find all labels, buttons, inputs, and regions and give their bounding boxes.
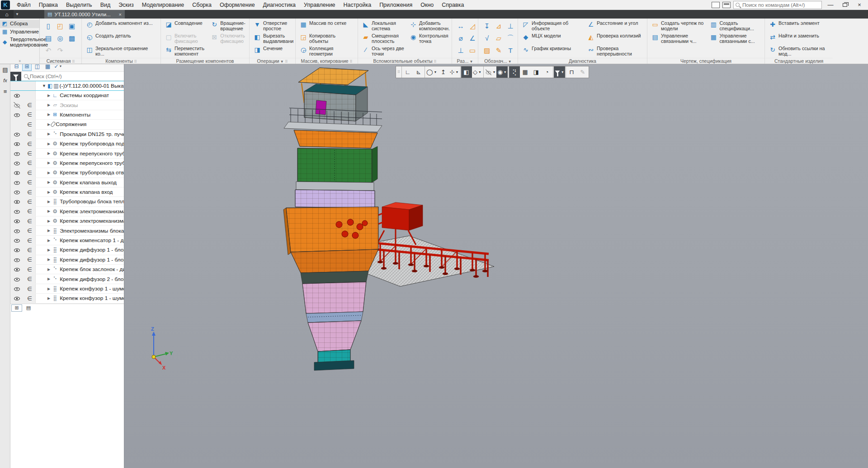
enable-fix-button[interactable]: ▢Включить фиксацию	[164, 33, 208, 45]
save-as-icon[interactable]: ▩	[66, 32, 78, 44]
display-mode-button[interactable]: ◇▼	[472, 66, 483, 78]
collapse-arrow-icon[interactable]: ▼	[42, 84, 46, 88]
visibility-eye-icon[interactable]	[14, 218, 20, 224]
clip-toggle-button[interactable]: ◔	[542, 66, 552, 78]
radial-dimension-icon[interactable]: ◿	[467, 20, 478, 32]
membership-icon[interactable]: ∈	[26, 198, 33, 205]
command-search-input[interactable]	[741, 2, 814, 8]
expand-arrow-icon[interactable]: ▶	[47, 267, 50, 271]
membership-icon[interactable]: ∈	[26, 140, 33, 147]
menu-settings[interactable]: Настройка	[340, 0, 376, 10]
grid-array-button[interactable]: ▦Массив по сетке	[298, 20, 356, 33]
3d-model[interactable]: Z Y X	[124, 64, 868, 468]
curvature-graph-button[interactable]: ∿График кривизны	[521, 45, 584, 58]
visibility-eye-icon[interactable]	[14, 247, 20, 253]
menu-file[interactable]: Файл	[13, 0, 35, 10]
lcs-angle-button[interactable]: ⊾	[413, 66, 424, 78]
datum-icon[interactable]: ⊥	[505, 20, 516, 32]
move-component-button[interactable]: ⇆Переместить компонент	[164, 45, 208, 58]
faces-toggle-button[interactable]: ◨	[531, 66, 542, 78]
model-upper-box[interactable]	[304, 84, 368, 121]
disable-fix-button[interactable]: ⊠Отключить фиксацию	[209, 33, 247, 45]
note-icon[interactable]: ✎	[493, 44, 505, 56]
expand-arrow-icon[interactable]: ▶	[47, 257, 50, 262]
tree-root-row[interactable]: ▼ ◧ ▥ (-)УТ.112.00.0000-01 Выкатка верхн	[10, 81, 124, 91]
filter-button[interactable]: ▼	[554, 66, 565, 78]
tree-bottom-tab-structure[interactable]: ⊞	[11, 304, 22, 312]
tree-filter-button[interactable]	[10, 72, 21, 81]
membership-icon[interactable]: ∈	[26, 111, 33, 118]
tree-row[interactable]: ∈▶∟Системы координат	[10, 91, 124, 100]
section-dropdown-icon[interactable]: ▼	[470, 60, 473, 64]
menu-diagnostics[interactable]: Диагностика	[259, 0, 300, 10]
visibility-eye-icon[interactable]	[14, 131, 20, 137]
tree-row[interactable]: ∈▶⚙Крепеж клапана выход	[10, 178, 124, 187]
local-cs-button[interactable]: ◣Локальная система коорд...	[361, 20, 406, 33]
surface-finish-icon[interactable]: √	[481, 32, 493, 44]
model-gray-band[interactable]	[296, 182, 374, 191]
visibility-eye-off-icon[interactable]	[14, 102, 20, 108]
mode-management[interactable]: ▦Управление	[0, 28, 39, 36]
membership-icon[interactable]: ∈	[26, 102, 33, 108]
membership-icon[interactable]: ∈	[26, 131, 33, 137]
tree-row[interactable]: ∈▶⚙Крепеж трубопровода отвода воды	[10, 168, 124, 178]
axis-two-points-button[interactable]: ∕Ось через две точки	[361, 45, 406, 58]
expand-arrow-icon[interactable]: ▶	[47, 122, 50, 126]
visibility-eye-icon[interactable]	[14, 179, 20, 186]
expand-arrow-icon[interactable]: ▶	[47, 112, 50, 117]
menu-edit[interactable]: Правка	[35, 0, 62, 10]
preview-icon[interactable]: ◎	[54, 32, 66, 44]
undo-icon[interactable]: ↶	[42, 44, 54, 56]
expand-arrow-icon[interactable]: ▶	[47, 94, 50, 98]
visibility-eye-icon[interactable]	[14, 228, 20, 234]
home-dropdown-icon[interactable]: ▼	[14, 10, 21, 19]
screen-settings-icon[interactable]	[722, 2, 731, 8]
membership-icon[interactable]: ∈	[26, 208, 33, 215]
visibility-eye-icon[interactable]	[14, 295, 20, 301]
tree-row[interactable]: ∈▶⚙Крепеж перепускного трубопровода	[10, 159, 124, 168]
print-icon[interactable]: ▤	[42, 32, 54, 44]
membership-icon[interactable]: ∈	[26, 179, 33, 186]
tolerance-frame-icon[interactable]: ▱	[493, 32, 505, 44]
tree-row[interactable]: ∈▶⚙Крепеж перепускного трубопровода	[10, 149, 124, 158]
tree-row[interactable]: ∈▶⣿Крепеж конфузор 1 - шумоглушител	[10, 284, 124, 294]
visibility-eye-icon[interactable]	[14, 198, 20, 205]
rotate-button[interactable]: ↻Вращение-вращение	[209, 20, 247, 33]
mode-assembly[interactable]: ◩Сборка	[0, 20, 39, 28]
expand-arrow-icon[interactable]: ▶	[47, 287, 50, 291]
tree-bottom-tab-list[interactable]: ▤	[23, 304, 34, 312]
membership-icon[interactable]: ∈	[26, 256, 33, 263]
home-button[interactable]: ⌂	[0, 10, 14, 19]
angle-dimension-icon[interactable]: ∠	[467, 32, 478, 44]
expand-arrow-icon[interactable]: ▶	[47, 229, 50, 233]
membership-icon[interactable]: ∈	[26, 189, 33, 196]
restore-button[interactable]	[839, 1, 851, 9]
model-orange-block[interactable]	[283, 207, 378, 255]
expand-arrow-icon[interactable]: ▶	[47, 296, 50, 300]
mode-solid-modeling[interactable]: ◆Твердотельное моделирование	[0, 36, 39, 49]
visibility-eye-icon[interactable]	[14, 189, 20, 195]
zoom-button[interactable]: ◯▼	[425, 66, 438, 78]
menu-management[interactable]: Управление	[300, 0, 340, 10]
membership-icon[interactable]: ∈	[26, 169, 33, 176]
membership-icon[interactable]: ∈	[26, 218, 33, 225]
dimensions-toggle-button[interactable]: ⢝	[509, 66, 520, 78]
model-green-block[interactable]	[297, 146, 377, 183]
create-part-button[interactable]: ◵Создать деталь	[85, 33, 159, 45]
mode-panel-collapse[interactable]: »	[0, 59, 39, 63]
tree-row[interactable]: ∈▶⣿Крепеж диффузор 1 - блок заслонок	[10, 255, 124, 265]
hide-objects-button[interactable]: ▼	[484, 66, 497, 78]
visibility-eye-icon[interactable]	[14, 237, 20, 243]
tree-row[interactable]: ∈▶⚙Крепеж электромеханизма трубы в	[10, 207, 124, 216]
tree-row[interactable]: ∈▶⣿Электромеханизмы блока заслонок	[10, 226, 124, 235]
tree-row[interactable]: ∈▶▱Эскизы	[10, 100, 124, 110]
tree-row[interactable]: ∈▶⊞Компоненты	[10, 110, 124, 120]
perpendicular-dimension-icon[interactable]: ⊥	[455, 44, 467, 56]
open-document-icon[interactable]: ◰	[54, 20, 66, 32]
close-button[interactable]: ×	[854, 1, 865, 9]
membership-icon[interactable]: ∈	[26, 276, 33, 282]
expand-arrow-icon[interactable]: ▶	[47, 209, 50, 213]
geometry-collection-button[interactable]: ◶Коллекция геометрии	[298, 45, 356, 58]
menu-sketch[interactable]: Эскиз	[114, 0, 137, 10]
auto-dimension-icon[interactable]: ▭	[467, 44, 478, 56]
